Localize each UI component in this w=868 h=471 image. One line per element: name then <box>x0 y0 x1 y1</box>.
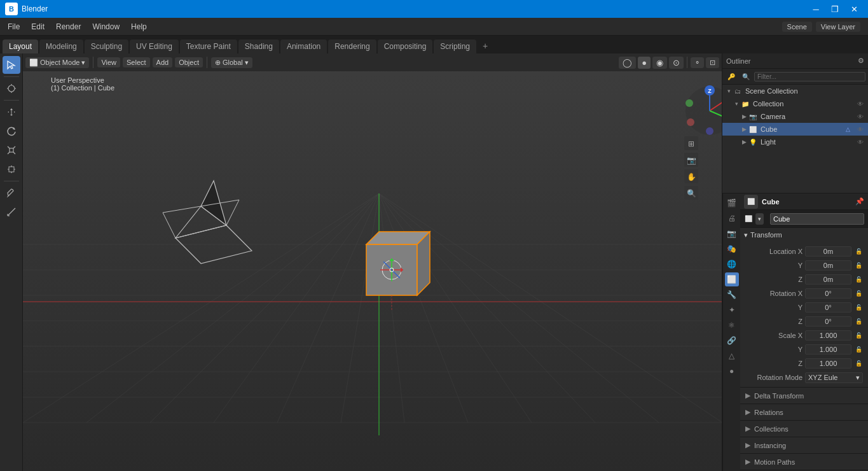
prop-world-icon[interactable]: 🌐 <box>725 257 739 271</box>
location-y-field[interactable]: 0m <box>805 260 851 271</box>
delta-transform-section[interactable]: ▶ Delta Transform <box>740 388 868 404</box>
add-workspace-button[interactable]: + <box>478 38 493 53</box>
outliner-filter-btn[interactable]: 🔍 <box>740 70 752 83</box>
tab-scripting[interactable]: Scripting <box>434 39 476 53</box>
prop-view-layer-icon[interactable]: 📷 <box>725 227 739 241</box>
outliner-item-camera[interactable]: ▶ 📷 Camera 👁 <box>722 110 868 123</box>
menu-render[interactable]: Render <box>51 20 86 33</box>
transform-selector[interactable]: ⊕ Global ▾ <box>211 57 252 68</box>
xray-btn[interactable]: ⊡ <box>706 57 719 68</box>
move-tool[interactable] <box>3 103 20 121</box>
outliner-search-input[interactable] <box>754 72 865 81</box>
prop-data-icon[interactable]: △ <box>725 349 739 363</box>
tab-compositing[interactable]: Compositing <box>378 39 433 53</box>
menu-help[interactable]: Help <box>126 20 152 33</box>
minimize-button[interactable]: ─ <box>807 0 825 18</box>
light-visibility[interactable]: 👁 <box>855 137 865 147</box>
rotation-mode-select[interactable]: XYZ Eule ▾ <box>805 372 863 383</box>
viewport-shading-solid[interactable]: ● <box>638 57 651 69</box>
tab-shading[interactable]: Shading <box>238 39 279 53</box>
location-z-field[interactable]: 0m <box>805 274 851 285</box>
rotation-y-field[interactable]: 0° <box>805 302 851 313</box>
location-z-lock[interactable]: 🔓 <box>854 275 863 284</box>
relations-section[interactable]: ▶ Relations <box>740 404 868 421</box>
viewport-shading-material[interactable]: ◉ <box>652 57 667 69</box>
viewport-mode-selector[interactable]: ⬜ Object Mode ▾ <box>25 57 89 68</box>
menu-edit[interactable]: Edit <box>26 20 50 33</box>
main-content: ⬜ Object Mode ▾ View Select Add Object ⊕… <box>0 53 868 471</box>
viewport-3d[interactable]: ⬜ Object Mode ▾ View Select Add Object ⊕… <box>23 53 722 471</box>
properties-pin-icon[interactable]: 📌 <box>855 197 864 206</box>
measure-tool[interactable] <box>3 203 20 221</box>
transform-header[interactable]: ▾ Transform <box>740 228 868 242</box>
properties-object-type-icon: ⬜ <box>744 195 758 209</box>
scale-z-lock[interactable]: 🔓 <box>854 359 863 368</box>
prop-physics-icon[interactable]: ⚛ <box>725 318 739 332</box>
location-x-field[interactable]: 0m <box>805 246 851 257</box>
transform-tool[interactable] <box>3 160 20 178</box>
scale-x-lock[interactable]: 🔓 <box>854 331 863 340</box>
outliner-item-scene-collection[interactable]: ▾ 🗂 Scene Collection <box>722 85 868 97</box>
viewport-shading-wire[interactable]: ◯ <box>619 57 636 69</box>
select-menu[interactable]: Select <box>123 57 150 67</box>
tab-uv-editing[interactable]: UV Editing <box>130 39 179 53</box>
rotation-x-lock[interactable]: 🔓 <box>854 289 863 298</box>
rotation-z-field[interactable]: 0° <box>805 316 851 327</box>
outliner-item-cube[interactable]: ▶ ⬜ Cube △ 👁 <box>722 123 868 136</box>
view-layer-selector[interactable]: View Layer <box>816 22 860 32</box>
scale-y-field[interactable]: 1.000 <box>805 344 851 355</box>
cube-visibility[interactable]: 👁 <box>855 124 865 134</box>
scale-y-lock[interactable]: 🔓 <box>854 345 863 354</box>
motion-paths-section[interactable]: ▶ Motion Paths <box>740 454 868 470</box>
rotate-tool[interactable] <box>3 122 20 140</box>
scene-selector[interactable]: Scene <box>782 22 812 32</box>
select-tool[interactable] <box>3 56 20 74</box>
prop-dropdown-icon[interactable]: ▾ <box>755 213 764 225</box>
svg-point-69 <box>687 118 694 126</box>
object-menu[interactable]: Object <box>175 57 203 67</box>
outliner-item-collection[interactable]: ▾ 📁 Collection 👁 <box>722 97 868 110</box>
rotation-z-lock[interactable]: 🔓 <box>854 317 863 326</box>
prop-output-icon[interactable]: 🖨 <box>725 211 739 225</box>
menu-file[interactable]: File <box>3 20 25 33</box>
tab-texture-paint[interactable]: Texture Paint <box>180 39 237 53</box>
tab-animation[interactable]: Animation <box>280 39 327 53</box>
prop-scene-icon[interactable]: 🎭 <box>725 242 739 256</box>
prop-object-icon[interactable]: ⬜ <box>725 272 739 286</box>
prop-object-name-field[interactable] <box>770 213 864 225</box>
prop-particles-icon[interactable]: ✦ <box>725 303 739 317</box>
outliner-view-layer-btn[interactable]: 🔑 <box>725 70 738 83</box>
prop-modifier-icon[interactable]: 🔧 <box>725 288 739 302</box>
scene-viewport[interactable]: X Y Z ⊞ 📷 ✋ 🔍 <box>23 53 722 471</box>
tab-rendering[interactable]: Rendering <box>328 39 376 53</box>
scale-z-field[interactable]: 1.000 <box>805 358 851 369</box>
annotate-tool[interactable] <box>3 184 20 202</box>
delta-arrow: ▶ <box>745 391 750 400</box>
tab-sculpting[interactable]: Sculpting <box>85 39 128 53</box>
collections-section[interactable]: ▶ Collections <box>740 421 868 437</box>
tab-layout[interactable]: Layout <box>3 39 38 53</box>
close-button[interactable]: ✕ <box>845 0 863 18</box>
location-x-lock[interactable]: 🔓 <box>854 247 863 256</box>
view-menu[interactable]: View <box>97 57 120 67</box>
add-menu[interactable]: Add <box>153 57 173 67</box>
rotation-y-lock[interactable]: 🔓 <box>854 303 863 312</box>
restore-button[interactable]: ❐ <box>826 0 844 18</box>
scale-x-field[interactable]: 1.000 <box>805 330 851 341</box>
outliner-options-icon[interactable]: ⚙ <box>858 57 864 65</box>
instancing-section[interactable]: ▶ Instancing <box>740 437 868 454</box>
viewport-shading-rendered[interactable]: ⊙ <box>669 57 684 69</box>
location-y-lock[interactable]: 🔓 <box>854 261 863 270</box>
scale-tool[interactable] <box>3 141 20 159</box>
prop-render-icon[interactable]: 🎬 <box>725 196 739 210</box>
tab-modeling[interactable]: Modeling <box>39 39 83 53</box>
rotation-x-field[interactable]: 0° <box>805 288 851 299</box>
prop-constraints-icon[interactable]: 🔗 <box>725 334 739 348</box>
prop-materials-icon[interactable]: ● <box>725 364 739 378</box>
overlay-btn[interactable]: ⚬ <box>691 57 704 68</box>
outliner-item-light[interactable]: ▶ 💡 Light 👁 <box>722 136 868 148</box>
collection-visibility[interactable]: 👁 <box>855 99 865 109</box>
menu-window[interactable]: Window <box>87 20 125 33</box>
camera-visibility[interactable]: 👁 <box>855 111 865 122</box>
cursor-tool[interactable] <box>3 80 20 97</box>
